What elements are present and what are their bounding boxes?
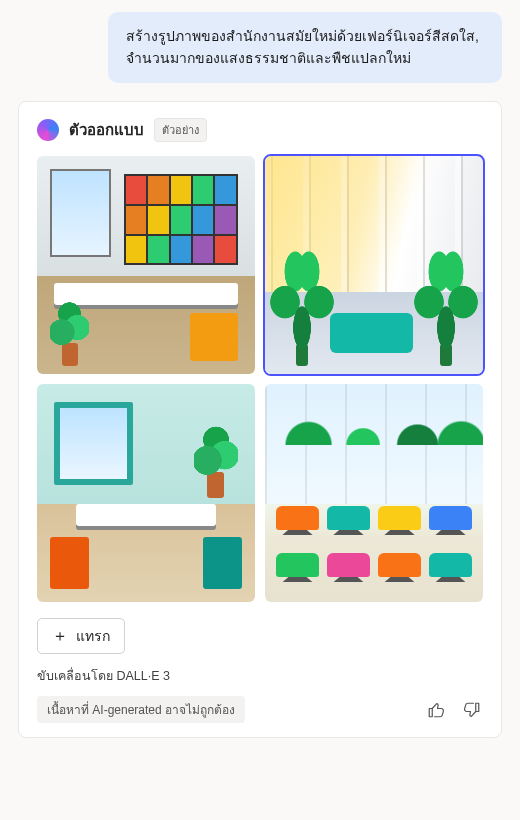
- generated-image-4[interactable]: [265, 384, 483, 602]
- powered-by-text: ขับเคลื่อนโดย DALL·E 3: [37, 666, 483, 686]
- user-message-text: สร้างรูปภาพของสำนักงานสมัยใหม่ด้วยเฟอร์น…: [126, 28, 479, 66]
- card-title: ตัวออกแบบ: [69, 118, 144, 142]
- thumbs-down-icon: [463, 701, 481, 719]
- card-header: ตัวออกแบบ ตัวอย่าง: [37, 118, 483, 142]
- generated-image-3[interactable]: [37, 384, 255, 602]
- thumbs-up-icon: [427, 701, 445, 719]
- designer-logo-icon: [37, 119, 59, 141]
- designer-response-card: ตัวออกแบบ ตัวอย่าง: [18, 101, 502, 738]
- thumbs-down-button[interactable]: [461, 699, 483, 721]
- thumbs-up-button[interactable]: [425, 699, 447, 721]
- ai-disclaimer: เนื้อหาที่ AI-generated อาจไม่ถูกต้อง: [37, 696, 245, 723]
- preview-badge: ตัวอย่าง: [154, 118, 207, 142]
- user-message-bubble: สร้างรูปภาพของสำนักงานสมัยใหม่ด้วยเฟอร์น…: [108, 12, 502, 83]
- plus-icon: ＋: [52, 628, 68, 644]
- feedback-buttons: [425, 699, 483, 721]
- generated-image-1[interactable]: [37, 156, 255, 374]
- generated-image-2[interactable]: [265, 156, 483, 374]
- insert-button[interactable]: ＋ แทรก: [37, 618, 125, 654]
- card-footer: เนื้อหาที่ AI-generated อาจไม่ถูกต้อง: [37, 696, 483, 723]
- image-results-grid: [37, 156, 483, 602]
- insert-button-label: แทรก: [76, 625, 110, 647]
